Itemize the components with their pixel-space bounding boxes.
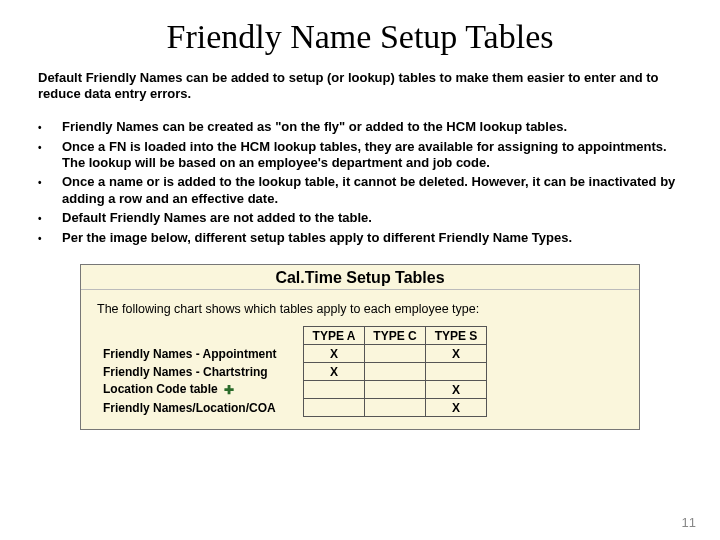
cell (365, 399, 426, 417)
cell (304, 399, 365, 417)
row-label: Location Code table✚ (97, 381, 304, 399)
cell: X (304, 345, 365, 363)
col-header: TYPE S (426, 327, 487, 345)
page-number: 11 (682, 515, 696, 530)
setup-tables-panel: Cal.Time Setup Tables The following char… (80, 264, 640, 430)
col-header: TYPE A (304, 327, 365, 345)
cell (365, 345, 426, 363)
intro-text: Default Friendly Names can be added to s… (38, 70, 682, 103)
list-item: •Once a name or is added to the lookup t… (38, 174, 682, 208)
col-header: TYPE C (365, 327, 426, 345)
page-title: Friendly Name Setup Tables (38, 18, 682, 56)
table-row: Location Code table✚ X (97, 381, 487, 399)
row-label: Friendly Names - Appointment (97, 345, 304, 363)
bullet-dot: • (38, 119, 62, 137)
list-item: •Per the image below, different setup ta… (38, 230, 682, 248)
bullet-dot: • (38, 174, 62, 208)
list-item: •Once a FN is loaded into the HCM lookup… (38, 139, 682, 173)
cell (365, 381, 426, 399)
cell: X (304, 363, 365, 381)
bullet-dot: • (38, 139, 62, 173)
table-row: Friendly Names/Location/COA X (97, 399, 487, 417)
table-row: Friendly Names - Chartstring X (97, 363, 487, 381)
row-label: Friendly Names/Location/COA (97, 399, 304, 417)
bullet-list: •Friendly Names can be created as "on th… (38, 119, 682, 249)
cell: X (426, 399, 487, 417)
list-item: •Default Friendly Names are not added to… (38, 210, 682, 228)
cell: X (426, 345, 487, 363)
cell (365, 363, 426, 381)
cell: X (426, 381, 487, 399)
panel-title: Cal.Time Setup Tables (81, 265, 639, 290)
bullet-dot: • (38, 210, 62, 228)
row-label: Friendly Names - Chartstring (97, 363, 304, 381)
setup-table: TYPE A TYPE C TYPE S Friendly Names - Ap… (97, 326, 487, 417)
list-item: •Friendly Names can be created as "on th… (38, 119, 682, 137)
cell (304, 381, 365, 399)
cell (426, 363, 487, 381)
plus-icon: ✚ (224, 383, 234, 397)
table-row: Friendly Names - Appointment X X (97, 345, 487, 363)
panel-description: The following chart shows which tables a… (97, 302, 623, 316)
bullet-dot: • (38, 230, 62, 248)
